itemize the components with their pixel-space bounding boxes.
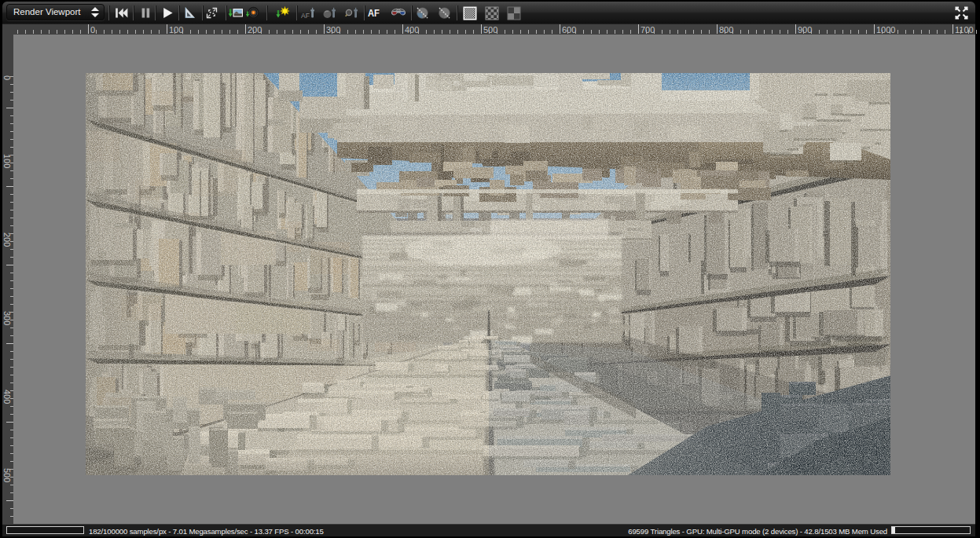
svg-text:AF: AF <box>301 12 310 20</box>
svg-text:AF: AF <box>368 8 380 20</box>
